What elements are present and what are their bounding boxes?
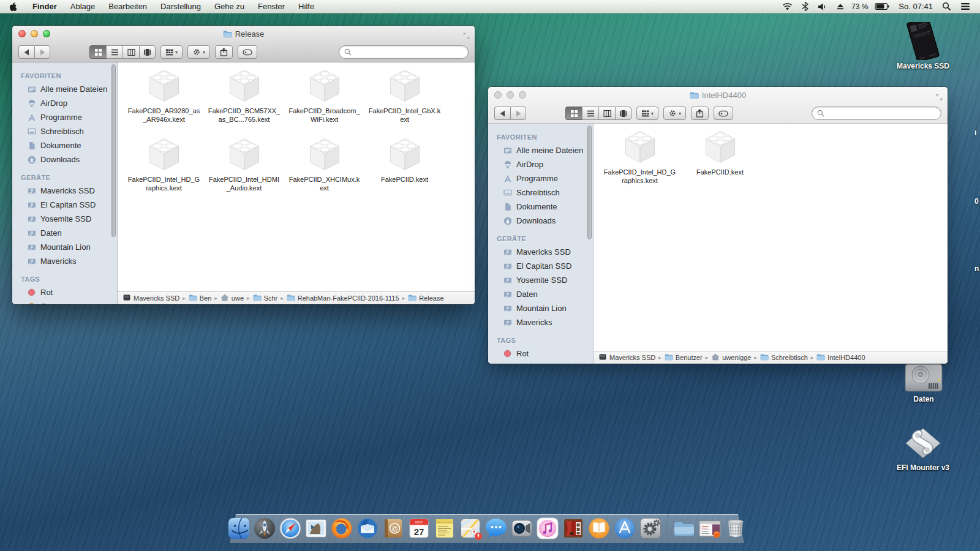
path-segment[interactable]: Benutzer	[665, 353, 703, 362]
arrange-button[interactable]: ▾	[636, 107, 658, 120]
file-kext[interactable]: FakePCIID_Intel_GbX.kext	[364, 67, 445, 136]
sidebar-item-el-capitan-ssd[interactable]: El Capitan SSD	[12, 198, 117, 212]
menu-darstellung[interactable]: Darstellung	[154, 0, 208, 13]
menu-bearbeiten[interactable]: Bearbeiten	[102, 0, 154, 13]
search-field[interactable]	[339, 45, 469, 59]
sidebar-item-daten[interactable]: Daten	[488, 287, 593, 301]
sidebar-item-yosemite-ssd[interactable]: Yosemite SSD	[488, 273, 593, 287]
path-segment[interactable]: uwe	[221, 294, 244, 302]
sidebar-item-mountain-lion[interactable]: Mountain Lion	[12, 240, 117, 254]
dock-itunes-icon[interactable]	[535, 515, 560, 541]
share-button[interactable]	[691, 107, 709, 120]
sidebar-item-downloads[interactable]: Downloads	[12, 152, 117, 167]
dock-contacts-icon[interactable]: @	[380, 515, 405, 541]
menu-fenster[interactable]: Fenster	[251, 0, 292, 13]
sidebar-item-mavericks[interactable]: Mavericks	[12, 254, 117, 268]
dock-messages-icon[interactable]	[483, 515, 508, 541]
sidebar-item-dokumente[interactable]: Dokumente	[488, 200, 593, 214]
path-segment[interactable]: Mavericks SSD	[123, 294, 179, 302]
title-bar[interactable]: IntelHD4400	[488, 87, 948, 103]
wifi-icon[interactable]	[780, 2, 795, 11]
path-segment[interactable]: Schr	[253, 294, 278, 302]
list-view-button[interactable]	[582, 107, 598, 120]
file-area[interactable]: FakePCIID_Intel_HD_Graphics.kextFakePCII…	[594, 124, 948, 364]
menu-clock[interactable]: So. 07:41	[896, 2, 935, 11]
eject-icon[interactable]	[834, 2, 847, 10]
menu-ablage[interactable]: Ablage	[64, 0, 102, 13]
sidebar-item-el-capitan-ssd[interactable]: El Capitan SSD	[488, 259, 593, 273]
icon-view-button[interactable]	[89, 45, 106, 59]
dock-photo-booth-icon[interactable]	[560, 515, 586, 541]
file-kext[interactable]: FakePCIID.kext	[680, 129, 760, 197]
notification-center-icon[interactable]	[958, 2, 973, 10]
file-kext[interactable]: FakePCIID_XHCIMux.kext	[284, 136, 364, 204]
dock-system-preferences-icon[interactable]	[638, 515, 663, 541]
dock-app-store-icon[interactable]	[612, 515, 637, 541]
list-view-button[interactable]	[106, 45, 123, 59]
dock-finder-icon[interactable]	[226, 515, 251, 541]
dock-thunderbird-icon[interactable]	[355, 515, 380, 541]
coverflow-view-button[interactable]	[615, 107, 631, 120]
back-button[interactable]	[494, 107, 510, 120]
sidebar-item-daten[interactable]: Daten	[12, 226, 117, 240]
icon-view-button[interactable]	[565, 107, 582, 120]
dock-firefox-icon[interactable]	[329, 515, 354, 541]
menu-hilfe[interactable]: Hilfe	[292, 0, 321, 13]
window-chrome[interactable]: IntelHD4400 ▾ ▾	[488, 87, 948, 124]
path-segment[interactable]: Release	[408, 294, 443, 302]
share-button[interactable]	[215, 45, 233, 59]
sidebar-item-programme[interactable]: Programme	[488, 171, 593, 186]
coverflow-view-button[interactable]	[139, 45, 156, 59]
dock-maps-icon[interactable]	[458, 515, 483, 541]
minimize-button[interactable]	[31, 30, 38, 37]
dock-mail-icon[interactable]	[303, 515, 328, 541]
action-menu-button[interactable]: ▾	[663, 107, 686, 120]
file-kext[interactable]: FakePCIID_BCM57XX_as_BC...765.kext	[204, 67, 284, 136]
sidebar-item-alle-meine-dateien[interactable]: Alle meine Dateien	[488, 143, 593, 157]
file-area[interactable]: FakePCIID_AR9280_as_AR946x.kextFakePCIID…	[118, 62, 475, 304]
path-segment[interactable]: Schreibtisch	[760, 353, 808, 362]
back-button[interactable]	[18, 45, 34, 59]
sidebar-item-schreibtisch[interactable]: Schreibtisch	[488, 186, 593, 200]
zoom-button[interactable]	[519, 91, 526, 99]
path-segment[interactable]: Mavericks SSD	[598, 353, 655, 362]
forward-button[interactable]	[510, 107, 526, 120]
desktop-icon-mavericks-ssd[interactable]: Mavericks SSD	[889, 22, 957, 70]
battery-icon[interactable]	[872, 2, 892, 10]
sidebar-item-orange[interactable]: Orange	[488, 361, 593, 364]
volume-icon[interactable]	[815, 2, 829, 11]
file-kext[interactable]: FakePCIID_Broadcom_WiFi.kext	[284, 67, 364, 136]
search-input[interactable]	[354, 47, 463, 57]
file-kext[interactable]: FakePCIID_Intel_HD_Graphics.kext	[124, 136, 204, 204]
dock-ibooks-icon[interactable]	[586, 515, 611, 541]
menu-finder[interactable]: Finder	[26, 0, 64, 13]
dock-safari-icon[interactable]	[277, 515, 303, 541]
dock-calendar-icon[interactable]: NOV27	[406, 515, 431, 541]
sidebar-item-programme[interactable]: Programme	[12, 110, 117, 124]
file-kext[interactable]: FakePCIID_AR9280_as_AR946x.kext	[124, 67, 204, 136]
column-view-button[interactable]	[598, 107, 615, 120]
dock-minimized-window-icon[interactable]	[697, 515, 722, 541]
column-view-button[interactable]	[123, 45, 139, 59]
dock-trash-icon[interactable]	[723, 515, 748, 541]
action-menu-button[interactable]: ▾	[187, 45, 210, 59]
menu-gehe-zu[interactable]: Gehe zu	[208, 0, 251, 13]
dock-downloads-folder-icon[interactable]	[671, 515, 696, 541]
dock-notes-icon[interactable]	[432, 515, 457, 541]
sidebar-item-mavericks[interactable]: Mavericks	[488, 315, 593, 329]
sidebar-item-dokumente[interactable]: Dokumente	[12, 138, 117, 152]
sidebar-item-schreibtisch[interactable]: Schreibtisch	[12, 124, 117, 138]
spotlight-icon[interactable]	[940, 2, 954, 11]
dock-launchpad-icon[interactable]	[252, 515, 277, 541]
apple-menu[interactable]	[9, 2, 17, 12]
sidebar-item-orange[interactable]: Orange	[12, 299, 117, 304]
title-bar[interactable]: Release	[12, 26, 475, 42]
sidebar-scrollbar[interactable]	[587, 126, 592, 239]
sidebar-item-airdrop[interactable]: AirDrop	[488, 157, 593, 171]
file-kext[interactable]: FakePCIID.kext	[364, 136, 445, 204]
path-segment[interactable]: Ben	[189, 294, 212, 302]
sidebar-item-downloads[interactable]: Downloads	[488, 214, 593, 228]
path-segment[interactable]: uwenigge	[711, 353, 751, 362]
sidebar-item-rot[interactable]: Rot	[488, 347, 593, 361]
bluetooth-icon[interactable]	[799, 2, 811, 11]
